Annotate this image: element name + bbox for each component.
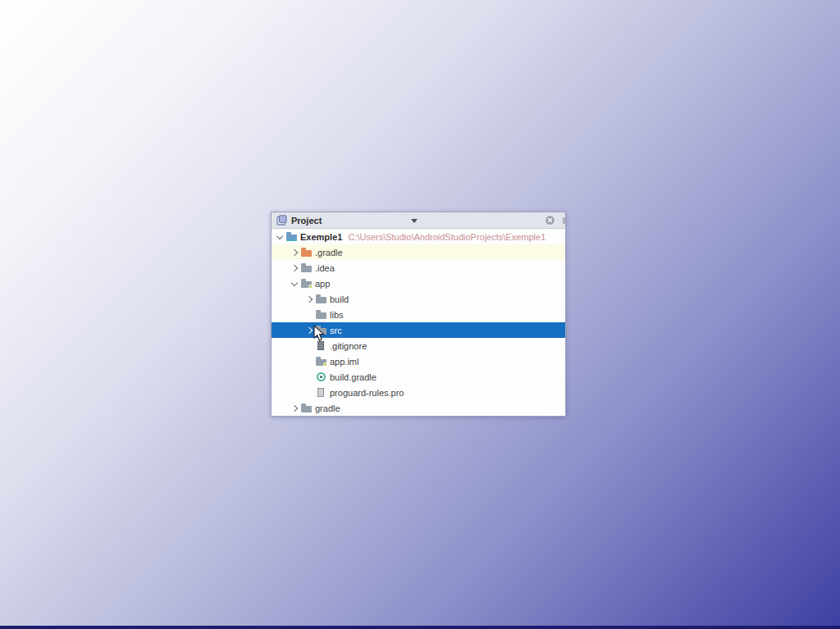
tree-row-build-gradle[interactable]: build.gradle <box>272 369 565 385</box>
chevron-spacer <box>304 353 315 369</box>
folder-icon <box>315 322 328 338</box>
tree-row-label: gradle <box>315 403 340 413</box>
gradle-file-icon <box>315 369 328 385</box>
tree-row-label: build <box>330 294 349 304</box>
file-icon <box>315 385 328 400</box>
tree-row-label: build.gradle <box>330 372 377 382</box>
chevron-collapsed-icon[interactable] <box>289 260 300 276</box>
chevron-collapsed-icon[interactable] <box>289 244 300 260</box>
folder-icon <box>315 307 328 322</box>
tree-row-app-iml[interactable]: app.iml <box>272 353 565 369</box>
tree-row-label: Exemple1 <box>300 232 342 242</box>
chevron-expanded-icon[interactable] <box>274 229 285 244</box>
bottom-edge-strip <box>0 626 840 629</box>
chevron-spacer <box>304 385 315 400</box>
tree-row-libs[interactable]: libs <box>272 307 565 322</box>
tree-row-gradle[interactable]: gradle <box>272 400 565 416</box>
clipped-icon <box>563 217 565 224</box>
tree-row-label: src <box>330 326 342 335</box>
tree-row-app[interactable]: app <box>272 276 565 291</box>
gitignore-file-icon <box>315 338 328 353</box>
project-tool-window: Project Exemple1 C:\Users\Studio\Android… <box>271 212 566 417</box>
module-file-icon <box>315 353 328 369</box>
chevron-collapsed-icon[interactable] <box>304 322 315 338</box>
folder-icon <box>315 291 328 307</box>
hide-panel-icon[interactable] <box>545 215 555 226</box>
panel-title: Project <box>291 216 322 226</box>
tree-row-label: libs <box>330 310 344 320</box>
tree-row-gitignore[interactable]: .gitignore <box>272 338 565 353</box>
tree-row-label: proguard-rules.pro <box>330 388 404 398</box>
project-path-text: C:\Users\Studio\AndroidStudioProjects\Ex… <box>348 232 546 242</box>
tree-row-label: app.iml <box>330 357 358 367</box>
chevron-spacer <box>304 338 315 353</box>
tree-row-label: .gradle <box>315 248 343 258</box>
tree-row-label: .gitignore <box>330 341 367 351</box>
tree-row-dot-idea[interactable]: .idea <box>272 260 565 276</box>
chevron-expanded-icon[interactable] <box>289 276 300 291</box>
tree-row-exemple1[interactable]: Exemple1 C:\Users\Studio\AndroidStudioPr… <box>272 229 565 244</box>
chevron-collapsed-icon[interactable] <box>289 400 300 416</box>
chevron-down-icon[interactable] <box>411 219 418 223</box>
tree-row-build[interactable]: build <box>272 291 565 307</box>
folder-icon <box>300 260 313 276</box>
tree-row-dot-gradle[interactable]: .gradle <box>272 244 565 260</box>
tree-row-label: .idea <box>315 263 335 273</box>
project-tool-window-icon <box>276 215 287 226</box>
folder-icon <box>300 244 313 260</box>
module-folder-icon <box>300 276 313 291</box>
tree-row-proguard-rules[interactable]: proguard-rules.pro <box>272 385 565 400</box>
project-folder-icon <box>285 229 299 244</box>
chevron-spacer <box>304 369 315 385</box>
project-tree: Exemple1 C:\Users\Studio\AndroidStudioPr… <box>272 229 565 416</box>
tree-row-src-selected[interactable]: src <box>272 322 565 338</box>
project-panel-header[interactable]: Project <box>272 212 565 229</box>
tree-row-label: app <box>315 279 330 289</box>
folder-icon <box>300 400 313 416</box>
chevron-spacer <box>304 307 315 322</box>
chevron-collapsed-icon[interactable] <box>304 291 315 307</box>
